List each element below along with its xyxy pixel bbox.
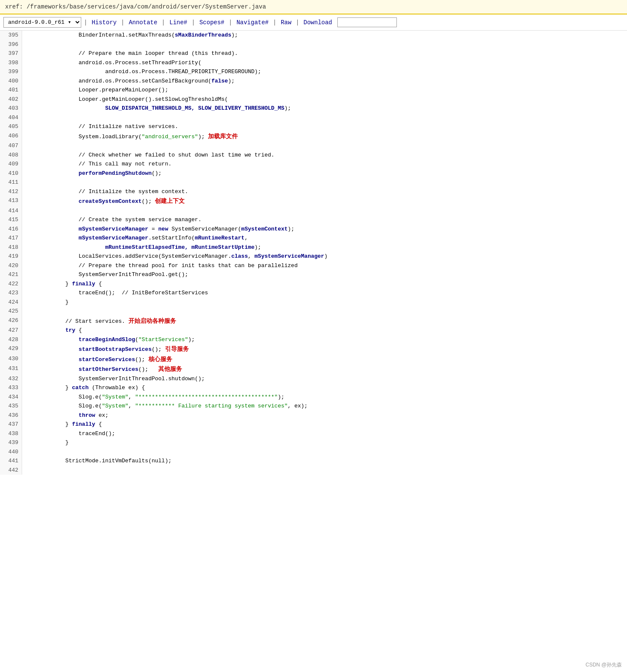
table-row: 404	[0, 113, 627, 122]
line-content: // This call may not return.	[22, 159, 627, 169]
table-row: 424 }	[0, 298, 627, 307]
string-literal: "***************************************…	[135, 394, 277, 400]
keyword: class	[231, 253, 248, 259]
table-row: 433 } catch (Throwable ex) {	[0, 383, 627, 393]
line-content: } catch (Throwable ex) {	[22, 383, 627, 393]
cn-annotation: 加载库文件	[208, 133, 238, 140]
table-row: 430 startCoreServices(); 核心服务	[0, 354, 627, 364]
line-content: Slog.e("System", "*********** Failure st…	[22, 401, 627, 411]
line-content: // Create the system service manager.	[22, 215, 627, 225]
line-number: 433	[0, 383, 22, 393]
table-row: 398 android.os.Process.setThreadPriority…	[0, 58, 627, 68]
table-row: 422 } finally {	[0, 279, 627, 289]
nav-navigate[interactable]: Navigate#	[235, 18, 271, 27]
line-number: 400	[0, 77, 22, 86]
table-row: 429 startBootstrapServices(); 引导服务	[0, 344, 627, 354]
line-content	[22, 141, 627, 151]
line-number: 398	[0, 58, 22, 68]
line-number: 395	[0, 31, 22, 40]
table-row: 395 BinderInternal.setMaxThreads(sMaxBin…	[0, 31, 627, 40]
table-row: 410 performPendingShutdown();	[0, 169, 627, 178]
keyword: catch	[72, 384, 88, 391]
method-name: startOtherServices	[79, 366, 138, 373]
method-name: performPendingShutdown	[79, 170, 152, 177]
method-name: mRuntimeStartElapsedTime, mRuntimeStartU…	[105, 244, 254, 251]
table-row: 408 // Check whether we failed to shut d…	[0, 151, 627, 160]
line-number: 416	[0, 225, 22, 234]
line-content: traceEnd(); // InitBeforeStartServices	[22, 288, 627, 298]
nav-sep-4: |	[191, 19, 195, 26]
line-number: 414	[0, 206, 22, 216]
line-content: Looper.getMainLooper().setSlowLogThresho…	[22, 95, 627, 104]
keyword: throw	[79, 412, 95, 419]
line-number: 429	[0, 344, 22, 354]
nav-sep-6: |	[273, 19, 276, 26]
line-number: 415	[0, 215, 22, 225]
table-row: 412 // Initialize the system context.	[0, 187, 627, 196]
line-content: Looper.prepareMainLooper();	[22, 85, 627, 95]
line-content: android.os.Process.setCanSelfBackground(…	[22, 77, 627, 86]
method-name: mSystemServiceManager	[79, 235, 148, 241]
table-row: 434 Slog.e("System", "******************…	[0, 393, 627, 402]
table-row: 414	[0, 206, 627, 216]
line-content: SystemServerInitThreadPool.get();	[22, 270, 627, 279]
line-number: 403	[0, 104, 22, 113]
line-number: 431	[0, 364, 22, 374]
version-select[interactable]: android-9.0.0_r61 ▾	[3, 17, 81, 28]
method-name: startCoreServices	[79, 356, 135, 363]
line-content: startOtherServices(); 其他服务	[22, 364, 627, 374]
table-row: 409 // This call may not return.	[0, 159, 627, 169]
line-content: try {	[22, 326, 627, 335]
line-number: 436	[0, 411, 22, 420]
nav-bar: android-9.0.0_r61 ▾ | History | Annotate…	[0, 14, 627, 31]
line-content: mRuntimeStartElapsedTime, mRuntimeStartU…	[22, 243, 627, 252]
table-row: 436 throw ex;	[0, 411, 627, 420]
table-row: 415 // Create the system service manager…	[0, 215, 627, 225]
table-row: 427 try {	[0, 326, 627, 335]
line-number: 440	[0, 447, 22, 457]
table-row: 405 // Initialize native services.	[0, 122, 627, 131]
table-row: 421 SystemServerInitThreadPool.get();	[0, 270, 627, 279]
line-number: 409	[0, 159, 22, 169]
line-content: mSystemServiceManager = new SystemServic…	[22, 225, 627, 234]
line-number: 430	[0, 354, 22, 364]
keyword: false	[211, 78, 228, 84]
line-number: 421	[0, 270, 22, 279]
line-number: 399	[0, 67, 22, 77]
search-input[interactable]	[337, 17, 397, 27]
table-row: 400 android.os.Process.setCanSelfBackgro…	[0, 77, 627, 86]
table-row: 438 traceEnd();	[0, 429, 627, 439]
line-content	[22, 206, 627, 216]
keyword: finally	[72, 281, 95, 287]
nav-raw[interactable]: Raw	[279, 18, 293, 27]
method-name: mRuntimeRestart	[195, 235, 245, 241]
method-name: SLOW_DISPATCH_THRESHOLD_MS, SLOW_DELIVER…	[105, 105, 284, 111]
nav-annotate[interactable]: Annotate	[127, 18, 159, 27]
line-number: 413	[0, 196, 22, 206]
nav-lineno[interactable]: Line#	[168, 18, 189, 27]
keyword: finally	[72, 421, 95, 427]
method-name: traceBeginAndSlog	[79, 336, 135, 343]
table-row: 413 createSystemContext(); 创建上下文	[0, 196, 627, 206]
table-row: 426 // Start services. 开始启动各种服务	[0, 316, 627, 326]
nav-download[interactable]: Download	[302, 18, 334, 27]
line-number: 418	[0, 243, 22, 252]
line-number: 441	[0, 456, 22, 466]
nav-history[interactable]: History	[90, 18, 118, 27]
nav-scopes[interactable]: Scopes#	[198, 18, 226, 27]
string-literal: "android_servers"	[142, 134, 198, 140]
table-row: 417 mSystemServiceManager.setStartInfo(m…	[0, 233, 627, 243]
line-number: 408	[0, 151, 22, 160]
line-content: Slog.e("System", "**********************…	[22, 393, 627, 402]
line-content: // Prepare the thread pool for init task…	[22, 261, 627, 271]
string-literal: "System"	[102, 394, 128, 400]
line-content: performPendingShutdown();	[22, 169, 627, 178]
method-name: createSystemContext	[79, 198, 142, 205]
line-content: createSystemContext(); 创建上下文	[22, 196, 627, 206]
line-content: }	[22, 438, 627, 447]
table-row: 402 Looper.getMainLooper().setSlowLogThr…	[0, 95, 627, 104]
line-number: 420	[0, 261, 22, 271]
line-number: 402	[0, 95, 22, 104]
keyword: new	[158, 226, 168, 232]
table-row: 419 LocalServices.addService(SystemServi…	[0, 252, 627, 261]
